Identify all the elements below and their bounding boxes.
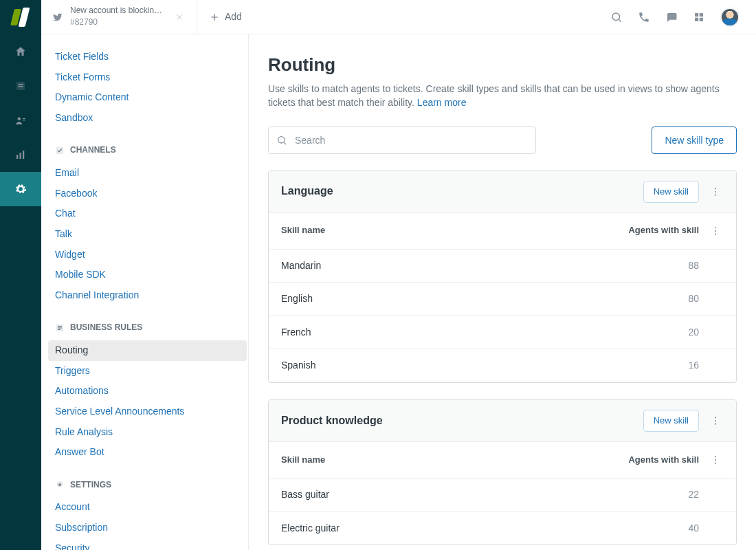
svg-point-21 (715, 227, 716, 228)
skill-count: 40 (603, 522, 699, 536)
sidebar-item-answer-bot[interactable]: Answer Bot (48, 442, 247, 463)
sidebar-item-rule-analysis[interactable]: Rule Analysis (48, 422, 247, 443)
global-rail (0, 0, 41, 550)
apps-icon[interactable] (693, 11, 705, 23)
th-skill-name: Skill name (281, 224, 603, 236)
overflow-menu-icon[interactable] (707, 184, 724, 200)
svg-rect-10 (695, 13, 698, 16)
column-options-icon[interactable] (707, 223, 724, 239)
search-icon[interactable] (610, 11, 623, 23)
new-skill-button[interactable]: New skill (643, 181, 699, 203)
section-settings: Settings (55, 479, 240, 491)
search-input[interactable] (268, 126, 536, 154)
nav-reporting[interactable] (0, 138, 41, 172)
tab-subtitle: #82790 (70, 17, 98, 27)
skill-count: 22 (603, 488, 699, 502)
nav-views[interactable] (0, 69, 41, 103)
nav-home[interactable] (0, 34, 41, 69)
skill-group-title: Product knowledge (281, 413, 383, 428)
th-agents: Agents with skill (603, 454, 699, 466)
avatar[interactable] (720, 8, 740, 27)
sidebar-item-ticket-forms[interactable]: Ticket Forms (48, 67, 247, 88)
close-icon[interactable] (173, 11, 186, 23)
svg-point-20 (715, 194, 716, 195)
sidebar-item-widget[interactable]: Widget (48, 245, 247, 265)
sidebar-item-facebook[interactable]: Facebook (48, 184, 247, 204)
sidebar-item-account[interactable]: Account (48, 497, 247, 518)
toolbar: New skill type (268, 126, 737, 154)
open-tab[interactable]: New account is blocking… #82790 (41, 0, 197, 34)
admin-sidebar: Ticket FieldsTicket FormsDynamic Content… (41, 34, 249, 550)
column-options-icon[interactable] (707, 452, 724, 468)
skill-count: 16 (603, 359, 699, 373)
svg-rect-12 (695, 17, 698, 21)
table-header: Skill nameAgents with skill (269, 213, 736, 250)
skill-name: Mandarin (281, 259, 603, 273)
th-agents: Agents with skill (603, 224, 699, 236)
sidebar-item-dynamic-content[interactable]: Dynamic Content (48, 87, 247, 108)
sidebar-item-automations[interactable]: Automations (48, 381, 247, 402)
search-wrap (268, 126, 536, 154)
svg-point-23 (715, 233, 716, 234)
phone-icon[interactable] (638, 11, 650, 23)
skill-count: 88 (603, 259, 699, 273)
checklist-icon (55, 146, 65, 155)
overflow-menu-icon[interactable] (707, 412, 724, 429)
skill-group-head: Product knowledgeNew skill (269, 400, 736, 442)
table-row[interactable]: Spanish16 (269, 349, 736, 382)
sidebar-item-mobile-sdk[interactable]: Mobile SDK (48, 265, 247, 285)
bar-chart-icon (14, 148, 27, 161)
svg-rect-11 (700, 13, 703, 16)
sidebar-item-talk[interactable]: Talk (48, 224, 247, 245)
sidebar-item-service-level-announcements[interactable]: Service Level Announcements (48, 402, 247, 422)
svg-rect-4 (23, 118, 25, 119)
table-row[interactable]: Mandarin88 (269, 250, 736, 283)
svg-point-29 (715, 463, 716, 464)
sidebar-item-channel-integration[interactable]: Channel Integration (48, 285, 247, 306)
svg-rect-8 (23, 151, 24, 159)
add-tab-label: Add (225, 10, 242, 24)
svg-point-24 (715, 417, 716, 418)
svg-rect-2 (18, 86, 23, 87)
chat-icon[interactable] (665, 11, 678, 23)
sidebar-item-triggers[interactable]: Triggers (48, 361, 247, 382)
menu-settings: AccountSubscriptionSecurity (55, 497, 240, 550)
topbar: New account is blocking… #82790 Add (41, 0, 756, 34)
sidebar-item-ticket-fields[interactable]: Ticket Fields (48, 47, 247, 67)
sidebar-item-subscription[interactable]: Subscription (48, 518, 247, 538)
section-settings-label: Settings (70, 479, 111, 491)
nav-customers[interactable] (0, 103, 41, 138)
add-tab-button[interactable]: Add (197, 10, 254, 24)
brand-logo[interactable] (12, 0, 29, 34)
skill-name: English (281, 292, 603, 306)
sidebar-item-sandbox[interactable]: Sandbox (48, 108, 247, 129)
menu-channels: EmailFacebookChatTalkWidgetMobile SDKCha… (55, 163, 240, 305)
table-row[interactable]: Bass guitar22 (269, 478, 736, 512)
search-icon (276, 135, 287, 146)
sidebar-item-email[interactable]: Email (48, 163, 247, 184)
table-row[interactable]: French20 (269, 316, 736, 350)
skill-count: 80 (603, 292, 699, 306)
tab-title: New account is blocking… (70, 6, 166, 15)
sidebar-item-security[interactable]: Security (48, 538, 247, 550)
section-channels-label: Channels (70, 144, 116, 156)
section-rules-label: Business Rules (70, 322, 142, 333)
svg-rect-6 (16, 155, 18, 159)
learn-more-link[interactable]: Learn more (417, 97, 467, 108)
plus-icon (210, 12, 219, 22)
new-skill-button[interactable]: New skill (643, 410, 699, 432)
skill-group-title: Language (281, 184, 333, 199)
sidebar-item-chat[interactable]: Chat (48, 204, 247, 224)
sidebar-item-routing[interactable]: Routing (48, 340, 247, 361)
table-row[interactable]: English80 (269, 283, 736, 316)
new-skill-type-button[interactable]: New skill type (652, 126, 737, 154)
users-icon (14, 114, 27, 126)
nav-admin[interactable] (0, 172, 41, 206)
skill-name: Bass guitar (281, 488, 603, 502)
skill-name: Spanish (281, 359, 603, 373)
twitter-icon (52, 12, 63, 23)
svg-point-19 (715, 191, 716, 192)
skill-name: Electric guitar (281, 522, 603, 536)
svg-point-27 (715, 456, 716, 457)
table-row[interactable]: Electric guitar40 (269, 512, 736, 545)
